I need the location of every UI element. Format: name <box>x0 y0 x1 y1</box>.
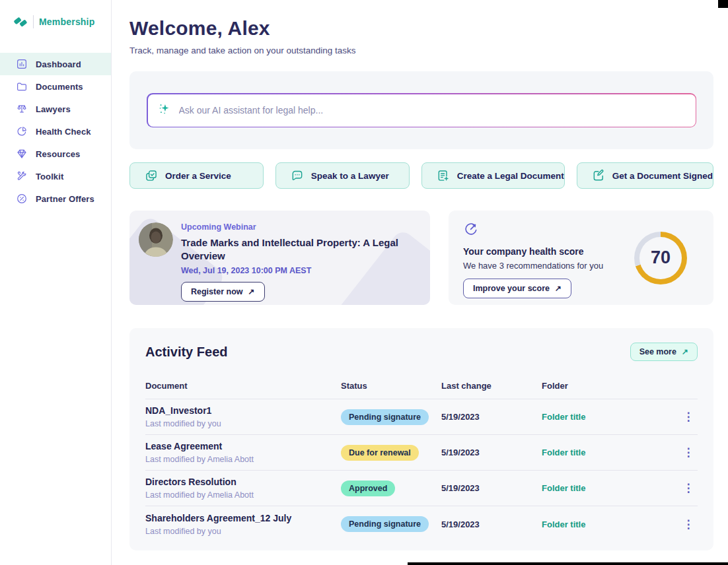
sidebar-item-dashboard[interactable]: Dashboard <box>0 53 111 75</box>
health-score-ring: 70 <box>634 232 687 284</box>
status-badge: Due for renewal <box>341 445 419 461</box>
webinar-eyebrow: Upcoming Webinar <box>181 222 417 232</box>
improve-score-label: Improve your score <box>473 284 550 293</box>
table-row: NDA_Investor1 Last modified by you Pendi… <box>145 399 698 435</box>
document-cell: Directors Resolution Last modified by Am… <box>145 477 341 500</box>
sidebar-item-label: Dashboard <box>36 59 81 69</box>
speak-to-a-lawyer-button[interactable]: Speak to a Lawyer <box>275 162 410 189</box>
document-title: Shareholders Agreement_12 July <box>145 513 341 523</box>
sparkle-icon <box>158 102 172 119</box>
document-cell: Lease Agreement Last modified by Amelia … <box>145 441 341 464</box>
folder-link[interactable]: Folder title <box>542 483 679 493</box>
last-change-cell: 5/19/2023 <box>441 483 542 493</box>
health-score-body: Your company health score We have 3 reco… <box>463 221 603 294</box>
activity-feed-table: Document Status Last change Folder NDA_I… <box>145 376 698 542</box>
get-a-document-signed-button[interactable]: Get a Document Signed <box>577 162 713 189</box>
document-modified: Last modified by Amelia Abott <box>145 455 341 464</box>
bar-chart-icon <box>16 58 28 70</box>
activity-feed-title: Activity Feed <box>145 345 227 360</box>
column-header-status: Status <box>341 381 441 391</box>
improve-your-score-button[interactable]: Improve your score ↗ <box>463 279 571 298</box>
document-title: Lease Agreement <box>145 441 341 451</box>
table-header-row: Document Status Last change Folder <box>145 376 698 399</box>
webinar-datetime: Wed, Jul 19, 2023 10:00 PM AEST <box>181 266 417 275</box>
membership-logo-icon <box>13 15 28 29</box>
document-modified: Last modified by Amelia Abott <box>145 490 341 500</box>
brand: Membership <box>0 15 111 29</box>
sidebar-item-documents[interactable]: Documents <box>0 75 111 98</box>
sidebar-item-label: Documents <box>36 82 83 92</box>
document-cell: Shareholders Agreement_12 July Last modi… <box>145 513 341 536</box>
health-score-value: 70 <box>634 232 687 284</box>
health-score-subtitle: We have 3 recommendations for you <box>463 261 603 271</box>
table-row: Lease Agreement Last modified by Amelia … <box>145 435 698 471</box>
sidebar-item-label: Health Check <box>36 127 91 137</box>
create-a-legal-document-button[interactable]: Create a Legal Document <box>421 162 565 189</box>
folder-icon <box>16 81 28 92</box>
document-plus-icon <box>437 169 450 182</box>
sidebar-item-label: Toolkit <box>36 172 63 182</box>
column-header-folder: Folder <box>542 381 679 391</box>
table-row: Directors Resolution Last modified by Am… <box>145 471 698 506</box>
last-change-cell: 5/19/2023 <box>441 448 542 457</box>
brand-name: Membership <box>39 17 94 27</box>
document-modified: Last modified by you <box>145 527 341 536</box>
pie-chart-icon <box>16 125 28 137</box>
document-modified: Last modified by you <box>145 419 341 428</box>
webinar-card: Upcoming Webinar Trade Marks and Intelle… <box>129 211 430 305</box>
gem-icon <box>16 148 28 160</box>
see-more-button[interactable]: See more ↗ <box>630 343 698 361</box>
document-title: Directors Resolution <box>145 477 341 487</box>
gauge-icon <box>463 228 479 239</box>
folder-link[interactable]: Folder title <box>542 519 679 529</box>
info-cards-row: Upcoming Webinar Trade Marks and Intelle… <box>129 211 713 305</box>
kebab-menu-icon[interactable]: ⋮ <box>679 411 698 422</box>
screenshot-artifact <box>408 562 728 565</box>
kebab-menu-icon[interactable]: ⋮ <box>679 482 698 494</box>
sidebar-item-label: Resources <box>36 149 80 159</box>
ai-input-container <box>148 94 696 127</box>
ai-input-gradient-border <box>147 93 696 127</box>
last-change-cell: 5/19/2023 <box>441 412 542 422</box>
main-content: Welcome, Alex Track, manage and take act… <box>112 0 728 565</box>
percent-circle-icon <box>16 193 28 205</box>
status-badge: Approved <box>341 481 395 496</box>
health-score-title: Your company health score <box>463 246 603 257</box>
webinar-body: Upcoming Webinar Trade Marks and Intelle… <box>181 222 417 302</box>
webinar-presenter-avatar <box>139 222 173 257</box>
sidebar-item-toolkit[interactable]: Toolkit <box>0 165 111 187</box>
column-header-last-change: Last change <box>441 381 542 391</box>
ai-assistant-card <box>129 71 713 149</box>
kebab-menu-icon[interactable]: ⋮ <box>679 447 698 458</box>
signature-icon <box>592 169 605 182</box>
sidebar-item-partner-offers[interactable]: Partner Offers <box>0 187 111 210</box>
kebab-menu-icon[interactable]: ⋮ <box>679 519 698 530</box>
ai-assistant-input[interactable] <box>179 105 686 116</box>
folder-link[interactable]: Folder title <box>542 412 679 422</box>
register-now-label: Register now <box>191 287 243 296</box>
action-label: Create a Legal Document <box>457 171 564 181</box>
see-more-label: See more <box>639 347 676 356</box>
column-header-document: Document <box>145 381 341 391</box>
document-cell: NDA_Investor1 Last modified by you <box>145 405 341 428</box>
sidebar-item-resources[interactable]: Resources <box>0 143 111 165</box>
status-badge: Pending signature <box>341 409 429 425</box>
register-now-button[interactable]: Register now ↗ <box>181 282 265 302</box>
table-row: Shareholders Agreement_12 July Last modi… <box>145 506 698 542</box>
action-label: Get a Document Signed <box>612 171 713 181</box>
webinar-title: Trade Marks and Intellectual Property: A… <box>181 236 399 263</box>
chat-icon <box>291 169 304 182</box>
order-a-service-button[interactable]: Order a Service <box>129 162 264 189</box>
app-window: Membership Dashboard Documents Lawyers H… <box>0 0 728 565</box>
sidebar-item-lawyers[interactable]: Lawyers <box>0 98 111 120</box>
brand-divider <box>33 15 34 28</box>
screenshot-artifact <box>718 0 728 8</box>
sidebar: Membership Dashboard Documents Lawyers H… <box>0 0 112 565</box>
folder-link[interactable]: Folder title <box>542 448 679 457</box>
scales-icon <box>16 103 28 115</box>
last-change-cell: 5/19/2023 <box>441 519 542 529</box>
sidebar-item-health-check[interactable]: Health Check <box>0 120 111 143</box>
status-badge: Pending signature <box>341 516 429 532</box>
sidebar-item-label: Lawyers <box>36 104 71 114</box>
order-service-icon <box>145 169 158 182</box>
